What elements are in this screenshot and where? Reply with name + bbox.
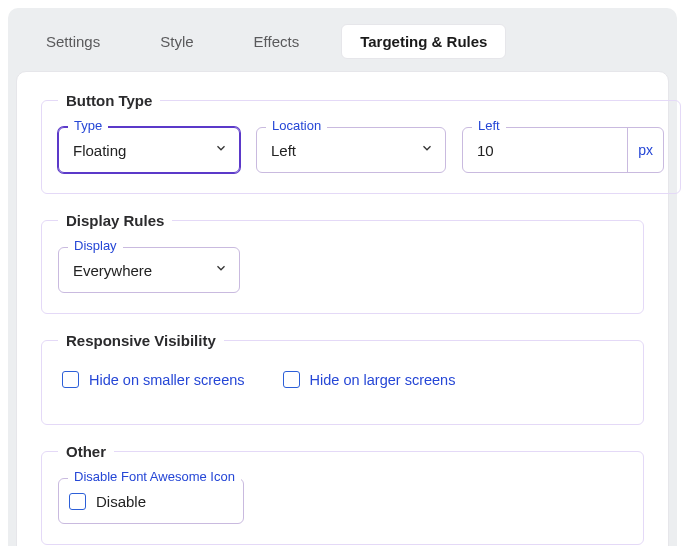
label-disable-fa: Disable Font Awesome Icon (68, 469, 241, 484)
label-type: Type (68, 118, 108, 133)
select-display[interactable]: Everywhere (59, 248, 239, 292)
tab-effects[interactable]: Effects (236, 25, 318, 58)
label-display: Display (68, 238, 123, 253)
group-other: Other Disable Font Awesome Icon Disable (41, 443, 644, 545)
field-location: Location Left (256, 127, 446, 173)
field-disable-fa: Disable Font Awesome Icon Disable (58, 478, 244, 524)
label-hide-larger: Hide on larger screens (310, 372, 456, 388)
input-left[interactable] (463, 128, 627, 172)
tab-settings[interactable]: Settings (28, 25, 118, 58)
checkbox-icon (69, 493, 86, 510)
checkbox-icon (62, 371, 79, 388)
group-responsive-visibility: Responsive Visibility Hide on smaller sc… (41, 332, 644, 425)
group-display-rules: Display Rules Display Everywhere (41, 212, 644, 314)
settings-panel: Settings Style Effects Targeting & Rules… (8, 8, 677, 546)
label-left: Left (472, 118, 506, 133)
unit-left: px (627, 128, 663, 172)
label-hide-smaller: Hide on smaller screens (89, 372, 245, 388)
field-display: Display Everywhere (58, 247, 240, 293)
legend-other: Other (58, 443, 114, 460)
select-location[interactable]: Left (257, 128, 445, 172)
check-hide-smaller[interactable]: Hide on smaller screens (62, 371, 245, 388)
tab-bar: Settings Style Effects Targeting & Rules (16, 16, 669, 71)
button-type-row: Type Floating Location Left (58, 127, 664, 173)
checkbox-icon (283, 371, 300, 388)
other-row: Disable Font Awesome Icon Disable (58, 478, 627, 524)
group-button-type: Button Type Type Floating (41, 92, 681, 194)
tab-targeting-rules[interactable]: Targeting & Rules (341, 24, 506, 59)
field-left: Left px (462, 127, 664, 173)
label-location: Location (266, 118, 327, 133)
select-type[interactable]: Floating (59, 128, 239, 172)
check-disable-fa[interactable]: Disable (59, 493, 146, 510)
tab-content: Button Type Type Floating (16, 71, 669, 546)
legend-responsive: Responsive Visibility (58, 332, 224, 349)
legend-display-rules: Display Rules (58, 212, 172, 229)
legend-button-type: Button Type (58, 92, 160, 109)
responsive-checks: Hide on smaller screens Hide on larger s… (58, 367, 627, 404)
field-type: Type Floating (58, 127, 240, 173)
tab-style[interactable]: Style (142, 25, 211, 58)
label-disable: Disable (96, 493, 146, 510)
display-rules-row: Display Everywhere (58, 247, 627, 293)
check-hide-larger[interactable]: Hide on larger screens (283, 371, 456, 388)
